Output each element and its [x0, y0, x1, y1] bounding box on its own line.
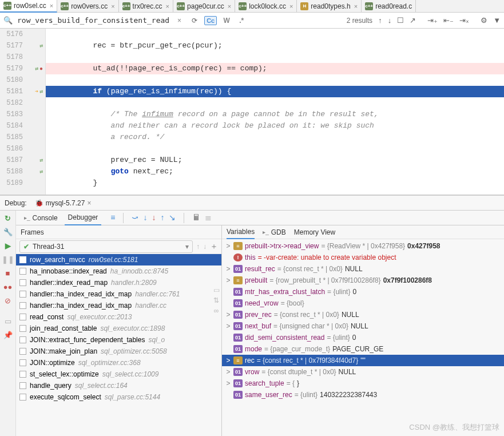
variable-row[interactable]: >01 prev_rec = {const rec_t * | 0x0} NUL… — [222, 309, 504, 320]
close-tab-icon[interactable]: × — [289, 3, 293, 10]
file-tab[interactable]: c++row0sel.cc× — [0, 0, 57, 13]
stack-frame[interactable]: row_search_mvcc row0sel.cc:5181 — [16, 254, 221, 265]
stack-frame[interactable]: handler::ha_index_read_idx_map handler.c… — [16, 300, 221, 311]
line-number[interactable]: 5189 — [2, 179, 23, 187]
stack-frame[interactable]: handle_query sql_select.cc:164 — [16, 380, 221, 391]
select-all-icon[interactable]: ☐ — [397, 16, 404, 25]
variable-row[interactable]: 01 need_vrow = {bool} — [222, 298, 504, 309]
pin-icon[interactable]: 📌 — [3, 330, 13, 340]
variable-row[interactable]: 01 did_semi_consistent_read = {ulint} 0 — [222, 332, 504, 343]
rerun-icon[interactable]: ↻ — [3, 213, 13, 223]
select-occur-icon[interactable]: ⇤₋ — [443, 16, 454, 25]
stop-icon[interactable]: ■ — [3, 268, 13, 278]
stack-frame[interactable]: join_read_const_table sql_executor.cc:18… — [16, 323, 221, 334]
file-tab[interactable]: c++trx0rec.cc× — [119, 0, 173, 13]
line-number[interactable]: 5185 — [2, 133, 23, 141]
variable-row[interactable]: >≡ prebuilt = {row_prebuilt_t * | 0x7f9f… — [222, 275, 504, 286]
code-line[interactable] — [46, 29, 504, 40]
line-number[interactable]: 5182 — [2, 99, 23, 107]
stack-frame[interactable]: handler::ha_index_read_idx_map handler.c… — [16, 288, 221, 300]
refresh-icon[interactable]: ⟳ — [189, 15, 200, 26]
file-tab[interactable]: Hread0types.h× — [297, 0, 362, 13]
filter-icon[interactable]: ▼ — [493, 16, 501, 25]
settings-icon[interactable]: 🔧 — [3, 227, 13, 237]
code-line[interactable]: ut_ad(!!page_rec_is_comp(rec) == comp); — [46, 63, 504, 74]
code-line[interactable]: goto next_rec; — [46, 166, 504, 177]
stack-frame[interactable]: read_const sql_executor.cc:2013 — [16, 311, 221, 323]
variable-row[interactable]: >≡ rec = {const rec_t * | 0x7f9f384f40d7… — [222, 355, 504, 366]
code-line[interactable] — [46, 143, 504, 154]
regex-toggle[interactable]: .* — [236, 15, 247, 26]
remove-occur-icon[interactable]: ⇥ₓ — [459, 16, 469, 25]
stack-frame[interactable]: execute_sqlcom_select sql_parse.cc:5144 — [16, 391, 221, 403]
code-editor[interactable]: 51765177⇄51785179⇄●51805181➔⇄51825183518… — [0, 29, 504, 195]
code-line[interactable] — [46, 97, 504, 109]
add-selection-icon[interactable]: ⇥₊ — [427, 16, 438, 25]
file-tab[interactable]: c++lock0lock.cc× — [235, 0, 297, 13]
stack-frame[interactable]: ha_innobase::index_read ha_innodb.cc:874… — [16, 265, 221, 277]
step-over-icon[interactable]: ⤻ — [132, 213, 138, 223]
layout-icon[interactable]: ▭ — [3, 316, 13, 326]
debugger-tab[interactable]: Debugger — [65, 211, 102, 225]
code-lines[interactable]: rec = btr_pcur_get_rec(pcur); ut_ad(!!pa… — [46, 29, 504, 195]
line-number[interactable]: 5181 — [2, 88, 23, 96]
clear-search-icon[interactable]: × — [174, 17, 185, 25]
code-line[interactable] — [46, 74, 504, 86]
next-result-icon[interactable]: ↓ — [388, 16, 392, 25]
line-number[interactable]: 5176 — [2, 30, 23, 38]
close-icon[interactable]: × — [87, 199, 91, 207]
close-tab-icon[interactable]: × — [166, 3, 169, 10]
stack-frame[interactable]: JOIN::extract_func_dependent_tables sql_… — [16, 334, 221, 346]
memory-view-tab[interactable]: Memory View — [294, 228, 335, 236]
debug-run-tab[interactable]: 🐞 mysql-5.7.27 × — [31, 199, 95, 207]
gutter-icon[interactable]: ⇄ — [25, 168, 43, 175]
variables-list[interactable]: >≡ prebuilt->trx->read_view= {ReadView *… — [222, 239, 504, 436]
step-out-icon[interactable]: ↑ — [160, 213, 164, 223]
file-tab[interactable]: c++page0cur.cc× — [173, 0, 235, 13]
stack-frame[interactable]: JOIN::make_join_plan sql_optimizer.cc:50… — [16, 346, 221, 357]
gutter-icon[interactable]: ➔⇄ — [25, 88, 43, 95]
close-tab-icon[interactable]: × — [50, 2, 53, 9]
line-number[interactable]: 5183 — [2, 110, 23, 118]
line-number[interactable]: 5177 — [2, 42, 23, 50]
variables-tab[interactable]: Variables — [227, 225, 255, 239]
file-tab[interactable]: c++row0vers.cc× — [57, 0, 118, 13]
variable-row[interactable]: >01 vrow = {const dtuple_t * | 0x0} NULL — [222, 366, 504, 378]
evaluate-icon[interactable]: 🖩 — [192, 213, 200, 223]
gutter-icon[interactable]: ⇄● — [25, 65, 43, 72]
step-into-icon[interactable]: ↓ — [143, 213, 147, 223]
line-number[interactable]: 5184 — [2, 122, 23, 130]
stack-frame[interactable]: handler::index_read_map handler.h:2809 — [16, 277, 221, 288]
code-line[interactable]: a record. */ — [46, 132, 504, 143]
mute-bp-icon[interactable]: ⊘ — [3, 295, 13, 306]
variable-row[interactable]: 01 mode = {page_cur_mode_t} PAGE_CUR_GE — [222, 343, 504, 355]
frame-down-icon[interactable]: ↓ — [203, 243, 207, 251]
close-tab-icon[interactable]: × — [354, 3, 358, 10]
stack-frame[interactable]: st_select_lex::optimize sql_select.cc:10… — [16, 368, 221, 380]
variable-row[interactable]: >≡ prebuilt->trx->read_view= {ReadView *… — [222, 240, 504, 252]
variable-row[interactable]: >01 result_rec = {const rec_t * | 0x0} N… — [222, 263, 504, 275]
match-case-toggle[interactable]: Cc — [204, 16, 217, 25]
close-tab-icon[interactable]: × — [228, 3, 231, 10]
resume-icon[interactable]: ▶ — [3, 240, 13, 251]
code-line[interactable]: /* The infimum record on a page cannot b… — [46, 109, 504, 120]
close-tab-icon[interactable]: × — [111, 3, 114, 10]
console-tab[interactable]: ▸_Console — [21, 211, 61, 225]
show-exec-icon[interactable]: ≡ — [110, 213, 115, 223]
add-icon[interactable]: ＋ — [210, 241, 218, 252]
code-line[interactable]: rec = btr_pcur_get_rec(pcur); — [46, 40, 504, 51]
frames-list[interactable]: row_search_mvcc row0sel.cc:5181ha_innoba… — [16, 254, 221, 436]
prev-result-icon[interactable]: ↑ — [378, 16, 382, 25]
code-line[interactable] — [46, 51, 504, 63]
code-line[interactable]: and neither can a record lock be placed … — [46, 120, 504, 132]
gutter[interactable]: 51765177⇄51785179⇄●51805181➔⇄51825183518… — [0, 29, 46, 195]
breakpoints-icon[interactable]: ●● — [3, 282, 13, 292]
line-number[interactable]: 5188 — [2, 168, 23, 176]
gutter-icon[interactable]: ⇄ — [25, 157, 43, 164]
trace-icon[interactable]: ≣ — [205, 213, 212, 223]
frame-up-icon[interactable]: ↑ — [196, 243, 200, 251]
line-number[interactable]: 5178 — [2, 53, 23, 61]
variable-row[interactable]: ! this = -var-create: unable to create v… — [222, 252, 504, 263]
code-line[interactable]: if (page_rec_is_infimum(rec)) { — [46, 86, 504, 97]
line-number[interactable]: 5187 — [2, 156, 23, 164]
